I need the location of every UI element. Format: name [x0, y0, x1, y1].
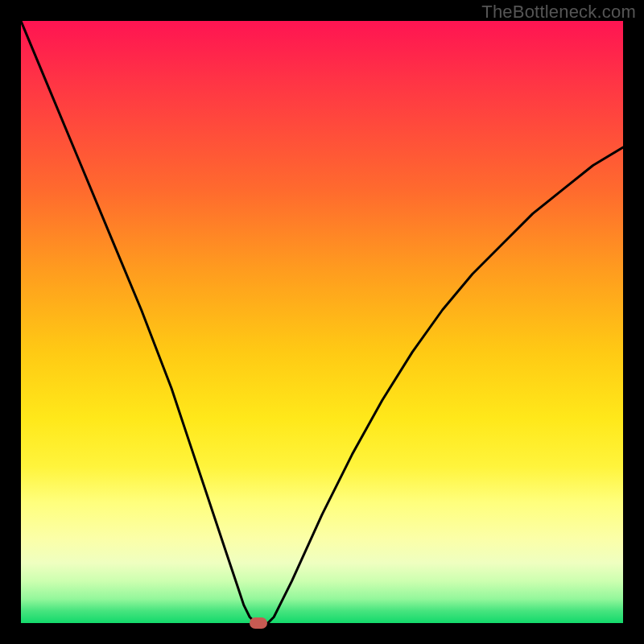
optimum-marker [250, 617, 267, 629]
watermark-text: TheBottleneck.com [481, 2, 636, 23]
bottleneck-curve [21, 21, 623, 623]
plot-area [21, 21, 623, 623]
chart-frame: TheBottleneck.com [0, 0, 644, 644]
